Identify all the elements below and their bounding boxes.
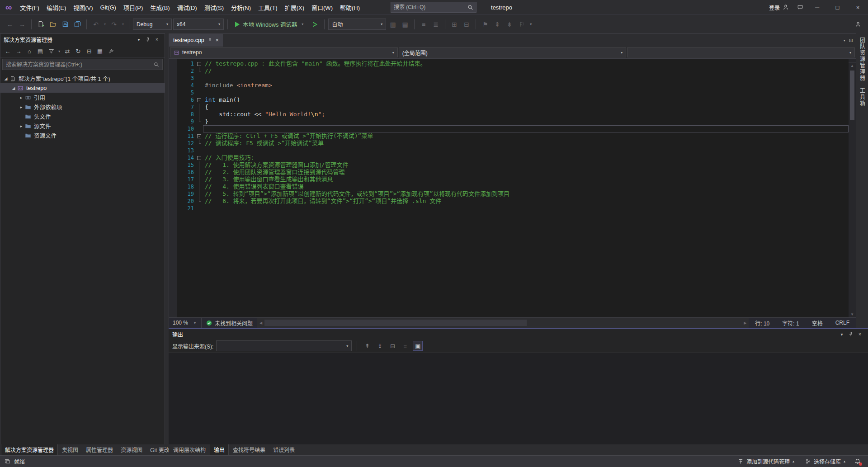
bookmark-icon[interactable]: ⚑ — [480, 19, 491, 30]
previous-message-icon[interactable]: ⇞ — [362, 341, 372, 351]
refresh-icon[interactable]: ↻ — [73, 46, 83, 56]
code-line[interactable]: 17// 3. 使用输出窗口查看生成输出和其他消息 — [177, 176, 849, 183]
code-line[interactable]: 7{ — [177, 104, 849, 111]
new-item-icon[interactable] — [35, 19, 46, 30]
quick-search-box[interactable] — [391, 2, 476, 13]
output-content[interactable] — [169, 353, 868, 444]
solution-configuration-dropdown[interactable]: Debug▾ — [133, 19, 172, 30]
dock-tab[interactable]: 输出 — [210, 444, 229, 456]
menu-item[interactable]: 编辑(E) — [43, 0, 70, 14]
split-window-handle[interactable] — [849, 59, 856, 62]
tree-item[interactable]: ▸源文件 — [0, 121, 165, 131]
menu-item[interactable]: 扩展(X) — [281, 0, 308, 14]
side-tab[interactable]: 工具箱 — [859, 88, 866, 107]
menu-item[interactable]: 项目(P) — [120, 0, 146, 14]
dock-tab[interactable]: 错误列表 — [269, 444, 298, 455]
code-line[interactable]: 20// 6. 将来，若要再次打开此项目，请转到“文件”>“打开”>“项目”并选… — [177, 198, 849, 205]
previous-bookmark-icon[interactable]: ⇞ — [492, 19, 503, 30]
h-scrollbar-track[interactable] — [264, 318, 741, 328]
navigate-forward-icon[interactable]: → — [17, 19, 28, 30]
pin-icon[interactable] — [208, 38, 212, 43]
vertical-scrollbar[interactable]: ▲ ▼ — [849, 59, 856, 317]
h-scrollbar-thumb[interactable] — [264, 320, 527, 326]
attach-target-dropdown[interactable]: 自动▾ — [328, 19, 386, 30]
start-debugging-button[interactable]: 本地 Windows 调试器 ▾ — [231, 19, 308, 30]
code-line[interactable]: 15// 1. 使用解决方案资源管理器窗口添加/管理文件 — [177, 161, 849, 169]
pin-icon[interactable] — [846, 330, 855, 338]
close-document-icon[interactable]: × — [216, 37, 219, 43]
zoom-dropdown[interactable]: 100 %▾ — [169, 318, 202, 328]
maximize-button[interactable]: □ — [827, 0, 848, 14]
dock-tab[interactable]: 类视图 — [58, 444, 82, 455]
select-repository-button[interactable]: 选择存储库 ▴ — [801, 456, 850, 467]
tree-item[interactable]: 资源文件 — [0, 131, 165, 140]
code-line[interactable]: 8 std::cout << "Hello World!\n"; — [177, 111, 849, 118]
next-message-icon[interactable]: ⇟ — [375, 341, 385, 351]
output-panel-header[interactable]: 输出 ▾ × — [169, 329, 868, 339]
solution-search-input[interactable] — [6, 61, 154, 68]
dock-tab[interactable]: 调用层次结构 — [170, 444, 209, 455]
debug-target-dropdown-icon[interactable]: ▾ — [300, 22, 305, 26]
code-line[interactable]: 18// 4. 使用错误列表窗口查看错误 — [177, 183, 849, 190]
chevron-expanded-icon[interactable]: ◢ — [2, 76, 9, 81]
close-icon[interactable]: × — [152, 36, 161, 44]
chevron-collapsed-icon[interactable]: ▸ — [18, 124, 25, 128]
filter-dropdown-icon[interactable]: ▾ — [57, 49, 61, 53]
code-line[interactable]: 16// 2. 使用团队资源管理器窗口连接到源代码管理 — [177, 169, 849, 176]
collapse-all-icon[interactable]: ⊟ — [84, 46, 94, 56]
project-dropdown[interactable]: testrepo▾ — [170, 47, 398, 57]
menu-item[interactable]: 测试(S) — [201, 0, 227, 14]
code-line[interactable]: 19// 5. 转到“项目”>“添加新项”以创建新的代码文件，或转到“项目”>“… — [177, 190, 849, 198]
code-line[interactable]: 10 — [177, 125, 849, 132]
horizontal-scrollbar[interactable]: ◀ ▶ — [257, 318, 749, 328]
chevron-expanded-icon[interactable]: ◢ — [10, 86, 17, 90]
toolbar-overflow-icon[interactable]: ▾ — [528, 22, 533, 26]
code-line[interactable]: 6-int main() — [177, 96, 849, 104]
notifications-button[interactable] — [852, 456, 863, 467]
fold-collapse-icon[interactable]: - — [197, 156, 201, 160]
solution-platform-dropdown[interactable]: x64▾ — [173, 19, 224, 30]
code-line[interactable]: 14-// 入门使用技巧: — [177, 154, 849, 161]
code-line[interactable]: 21 — [177, 205, 849, 212]
code-line[interactable]: 1-// testrepo.cpp : 此文件包含 "main" 函数。程序执行… — [177, 60, 849, 67]
tree-item[interactable]: ▸引用 — [0, 93, 165, 102]
home-icon[interactable]: ⌂ — [24, 46, 34, 56]
indent-increase-icon[interactable]: ≣ — [430, 19, 441, 30]
menu-item[interactable]: 窗口(W) — [308, 0, 336, 14]
solution-explorer-header[interactable]: 解决方案资源管理器 ▾ × — [0, 34, 165, 45]
document-health-indicator[interactable]: 未找到相关问题 — [202, 319, 257, 327]
fold-collapse-icon[interactable]: - — [197, 98, 201, 102]
scroll-down-icon[interactable]: ▼ — [850, 311, 854, 317]
feedback-icon[interactable] — [793, 0, 807, 14]
live-share-icon[interactable] — [853, 19, 863, 30]
menu-item[interactable]: 视图(V) — [70, 0, 96, 14]
menu-item[interactable]: 调试(D) — [174, 0, 201, 14]
tree-item[interactable]: 头文件 — [0, 112, 165, 121]
output-source-dropdown[interactable]: ▾ — [216, 340, 352, 351]
toggle-autoscroll-icon[interactable]: ▣ — [413, 341, 423, 351]
dock-tab[interactable]: 查找符号结果 — [229, 444, 269, 455]
navigate-back-icon[interactable]: ← — [5, 19, 15, 30]
spaces-indicator[interactable]: 空格 — [806, 319, 829, 327]
member-dropdown[interactable]: ▾ — [627, 47, 855, 57]
menu-item[interactable]: 文件(F) — [16, 0, 43, 14]
char-indicator[interactable]: 字符: 1 — [776, 319, 805, 327]
code-line[interactable]: 4#include <iostream> — [177, 82, 849, 89]
fold-collapse-icon[interactable]: - — [197, 62, 201, 66]
line-indicator[interactable]: 行: 10 — [749, 319, 776, 327]
side-tab[interactable]: 团队资源管理器 — [859, 37, 866, 81]
menu-item[interactable]: 帮助(H) — [336, 0, 363, 14]
add-to-source-control-button[interactable]: 添加到源代码管理 ▴ — [733, 456, 799, 467]
code-line[interactable]: 3 — [177, 75, 849, 82]
breakpoint-margin[interactable] — [169, 59, 177, 317]
dock-tab[interactable]: 属性管理器 — [82, 444, 117, 455]
uncomment-icon[interactable]: ⊟ — [461, 19, 472, 30]
comment-icon[interactable]: ⊞ — [449, 19, 460, 30]
code-line[interactable]: 2// — [177, 67, 849, 75]
attach-to-process-icon[interactable]: ▥ — [387, 19, 398, 30]
tab-list-dropdown-icon[interactable]: ▾ — [844, 38, 845, 42]
float-window-icon[interactable]: ⊡ — [849, 38, 853, 43]
sync-with-active-document-icon[interactable]: ⇄ — [62, 46, 72, 56]
tree-item[interactable]: ▸外部依赖项 — [0, 102, 165, 112]
show-all-files-icon[interactable]: ▦ — [95, 46, 105, 56]
